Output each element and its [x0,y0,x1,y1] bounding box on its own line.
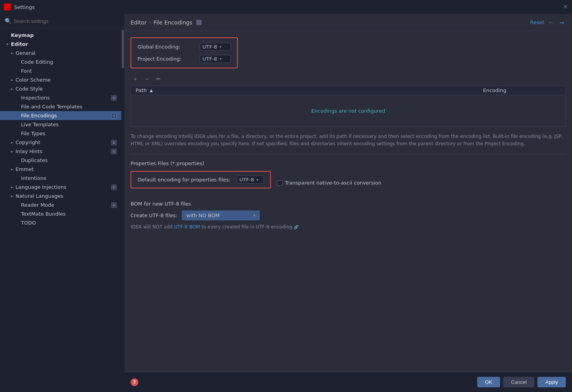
main-layout: 🔍 Keymap ▾ Editor ▸ [0,14,572,392]
sidebar-item-label: File Encodings [21,113,110,118]
apply-button[interactable]: Apply [537,377,566,387]
badge-icon: ⊞ [111,140,117,145]
sidebar-item-file-code-templates[interactable]: File and Code Templates [0,102,121,111]
badge-icon: ⊞ [111,149,117,154]
sidebar-item-label: General [16,50,117,56]
sidebar-item-label: Reader Mode [21,202,110,208]
chevron-right-icon: ▸ [9,77,15,83]
cancel-button[interactable]: Cancel [503,377,534,387]
app-icon [4,3,11,10]
chevron-icon [15,211,20,217]
chevron-down-icon: ▾ [5,42,10,47]
sidebar-item-font[interactable]: Font [0,66,121,75]
dropdown-arrow-icon: ▾ [220,57,221,61]
sidebar-item-label: Font [21,68,117,74]
sidebar-item-label: Keymap [11,32,117,38]
sidebar-item-textmate-bundles[interactable]: TextMate Bundles [0,209,121,218]
chevron-right-icon: ▸ [9,86,15,92]
sidebar-item-label: Copyright [16,139,110,145]
empty-table-message: Encodings are not configured [311,108,385,114]
sidebar-item-label: Code Style [16,86,117,92]
sort-asc-icon: ▲ [150,88,153,92]
badge-icon: ⊞ [111,113,117,118]
file-table-empty: Encodings are not configured [131,95,565,126]
search-input[interactable] [14,18,120,24]
chevron-right-icon: ▸ [9,167,15,172]
badge-icon: ⊞ [111,185,117,190]
sidebar-item-todo[interactable]: TODO [0,218,121,227]
global-encoding-select[interactable]: UTF-8 ▾ [200,43,231,51]
scrollbar-thumb[interactable] [122,30,124,68]
file-table: Path ▲ Encoding Encodings are not config… [131,85,566,127]
props-encoding-label: Default encoding for properties files: [138,177,230,183]
sidebar-item-intentions[interactable]: Intentions [0,174,121,183]
props-encoding-select[interactable]: UTF-8 ▾ [237,176,264,184]
ok-button[interactable]: OK [477,377,500,387]
sidebar-item-copyright[interactable]: ▸ Copyright ⊞ [0,138,121,147]
nav-forward-button[interactable]: → [558,19,566,26]
sidebar-item-inlay-hints[interactable]: ▸ Inlay Hints ⊞ [0,147,121,156]
bom-value: with NO BOM [186,213,253,218]
footer: ? OK Cancel Apply [124,372,572,392]
project-encoding-value: UTF-8 [202,56,217,62]
path-column-header[interactable]: Path ▲ [136,87,483,93]
chevron-icon [15,122,20,127]
add-button[interactable]: + [131,75,140,83]
sidebar-item-label: TODO [21,220,117,226]
close-button[interactable]: ✕ [563,4,568,10]
bom-ext-link[interactable]: 🔗 [294,225,298,229]
nav-back-button[interactable]: ← [548,19,555,26]
sidebar-item-color-scheme[interactable]: ▸ Color Scheme [0,75,121,84]
transparent-conversion-label: Transparent native-to-ascii conversion [285,180,382,186]
sidebar-item-keymap[interactable]: Keymap [0,31,121,40]
sidebar-item-file-types[interactable]: File Types [0,129,121,138]
reset-button[interactable]: Reset [530,19,544,25]
sidebar-item-language-injections[interactable]: ▸ Language Injections ⊞ [0,183,121,192]
sidebar-tree: Keymap ▾ Editor ▸ General [0,28,121,392]
sidebar-search-bar[interactable]: 🔍 [0,14,124,28]
breadcrumb-part2: File Encodings [153,19,192,26]
help-button[interactable]: ? [131,378,138,386]
project-encoding-select[interactable]: UTF-8 ▾ [200,55,231,63]
breadcrumb-separator: › [149,19,151,26]
props-encoding-value: UTF-8 [239,177,254,183]
chevron-icon [15,68,20,74]
info-text: To change encoding IntelliJ IDEA uses fo… [131,133,566,154]
chevron-right-icon: ▸ [9,149,15,154]
sidebar-scrollbar[interactable] [121,28,124,392]
sidebar-item-file-encodings[interactable]: File Encodings ⊞ [0,111,121,120]
sidebar-item-label: Inlay Hints [16,148,110,154]
sidebar-item-label: TextMate Bundles [21,211,117,217]
encoding-top-section: Global Encoding: UTF-8 ▾ Project Encodin… [131,37,238,68]
sidebar-item-reader-mode[interactable]: Reader Mode ⊞ [0,200,121,209]
sidebar-item-label: File Types [21,131,117,136]
dropdown-arrow-icon: ▾ [220,45,221,49]
bom-value-select[interactable]: with NO BOM ▾ [182,211,260,220]
sidebar-item-code-editing[interactable]: Code Editing [0,57,121,66]
bom-note-prefix: IDEA will NOT add [131,224,174,230]
help-label: ? [133,380,136,385]
dropdown-arrow-icon: ▾ [253,213,255,218]
sidebar-item-label: File and Code Templates [21,104,117,110]
sidebar-tree-container: Keymap ▾ Editor ▸ General [0,28,124,392]
sidebar-item-code-style[interactable]: ▸ Code Style [0,84,121,93]
sidebar-item-editor[interactable]: ▾ Editor [0,40,121,49]
sidebar-item-label: Code Editing [21,59,117,65]
bom-section-title: BOM for new UTF-8 files [131,201,566,207]
chevron-right-icon: ▸ [9,193,15,199]
transparent-conversion-checkbox[interactable] [277,180,283,186]
edit-button[interactable]: ✏ [154,75,163,83]
sidebar-item-live-templates[interactable]: Live Templates [0,120,121,129]
sidebar-item-general[interactable]: ▸ General [0,49,121,57]
sidebar-item-emmet[interactable]: ▸ Emmet [0,165,121,174]
bom-create-label: Create UTF-8 files: [131,213,177,218]
sidebar-item-natural-languages[interactable]: ▸ Natural Languages [0,192,121,200]
sidebar-item-duplicates[interactable]: Duplicates [0,156,121,165]
content-area: Editor › File Encodings Reset ← → Global… [124,14,572,392]
bom-row: Create UTF-8 files: with NO BOM ▾ [131,211,566,220]
remove-button[interactable]: − [142,75,152,83]
global-encoding-label: Global Encoding: [138,44,200,50]
bom-note-highlight: UTF-8 BOM [174,224,200,230]
search-icon: 🔍 [5,18,11,24]
sidebar-item-inspections[interactable]: Inspections ⊞ [0,93,121,102]
